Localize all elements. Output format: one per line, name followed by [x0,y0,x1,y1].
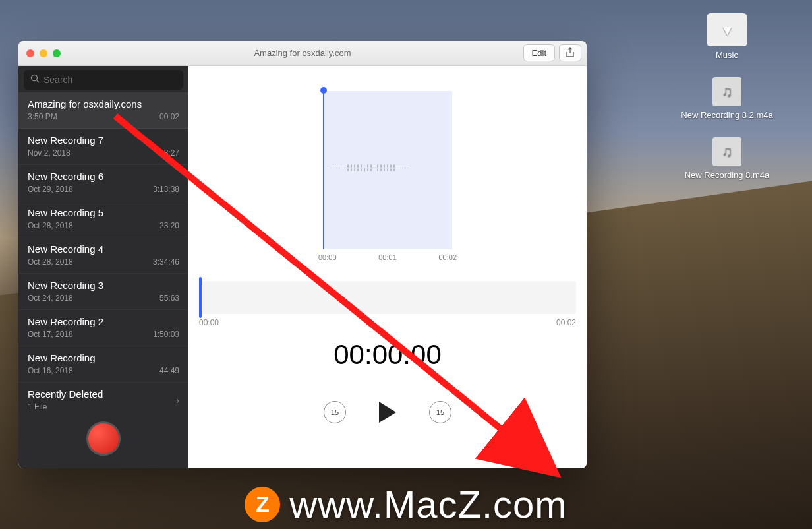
edit-button[interactable]: Edit [523,44,555,61]
window-controls [26,49,61,57]
svg-line-1 [37,80,40,83]
recently-deleted-label: Recently Deleted [28,389,103,400]
recording-duration: 44:49 [160,366,179,375]
recording-duration: 3:13:38 [153,185,179,194]
sidebar: Amazing for osxdaily.con​s3:50 PM00:02Ne… [18,66,188,468]
recording-title: New Recording [28,352,179,363]
folder-icon: ▾ [707,13,747,46]
tick-labels-top: 00:0000:0100:02 [318,253,457,261]
time-display: 00:00.00 [199,339,576,371]
recording-date: Oct 17, 2018 [28,330,73,339]
share-icon [566,47,575,58]
title-bar[interactable]: Amazing for osxdaily.com Edit [18,41,587,66]
waveform-selection[interactable]: ┈┈┈┈┈╎╎╎╎╎╷╎╎┈╎╎╎╎╎╎┈┈┈┈ [323,91,452,249]
rewind-15-button[interactable]: 15 [324,401,346,423]
close-button[interactable] [26,49,34,57]
maximize-button[interactable] [53,49,61,57]
recording-duration: 00:02 [160,112,179,121]
recording-duration: 1:50:03 [153,330,179,339]
recording-date: 3:50 PM [28,112,57,121]
recording-date: Oct 29, 2018 [28,185,73,194]
selection-handle-icon[interactable] [320,87,327,94]
audio-file-icon: ♫ [712,77,741,106]
desktop-icon-label: New Recording 8 2.m4a [681,110,772,120]
search-icon [30,74,40,86]
record-button[interactable] [86,421,121,456]
scrubber-track[interactable] [199,281,576,314]
forward-15-button[interactable]: 15 [429,401,451,423]
recording-date: Oct 24, 2018 [28,294,73,303]
audio-file-icon: ♫ [712,137,741,166]
search-input[interactable] [44,75,177,85]
recording-title: New Recording 2 [28,316,179,327]
trim-area: ┈┈┈┈┈╎╎╎╎╎╷╎╎┈╎╎╎╎╎╎┈┈┈┈ 00:0000:0100:02 [199,73,576,264]
svg-point-0 [32,75,38,81]
desktop-icons-area: ▾ Music ♫ New Recording 8 2.m4a ♫ New Re… [664,13,790,180]
chevron-right-icon: › [176,395,179,406]
desktop-folder-music[interactable]: ▾ Music [707,13,747,60]
recording-row[interactable]: New Recording 7Nov 2, 201808:27 [18,129,188,165]
minimize-button[interactable] [40,49,47,57]
recording-row[interactable]: New Recording 4Oct 28, 20183:34:46 [18,237,188,274]
recording-title: New Recording 7 [28,135,179,146]
recording-date: Oct 16, 2018 [28,366,73,375]
desktop-file-audio-2[interactable]: ♫ New Recording 8.m4a [685,137,770,180]
voice-memos-window: Amazing for osxdaily.com Edit Amazing fo… [18,41,587,468]
search-field[interactable] [24,70,183,90]
play-button[interactable] [379,402,396,423]
main-pane: ┈┈┈┈┈╎╎╎╎╎╷╎╎┈╎╎╎╎╎╎┈┈┈┈ 00:0000:0100:02… [188,66,587,468]
recording-title: New Recording 6 [28,171,179,182]
recording-row[interactable]: New RecordingOct 16, 201844:49 [18,346,188,383]
desktop-file-audio-1[interactable]: ♫ New Recording 8 2.m4a [681,77,772,120]
recordings-list: Amazing for osxdaily.con​s3:50 PM00:02Ne… [18,92,188,409]
desktop-icon-label: New Recording 8.m4a [685,170,770,180]
recording-row[interactable]: New Recording 5Oct 28, 201823:20 [18,201,188,237]
recording-duration: 08:27 [160,148,179,158]
playhead-handle[interactable] [199,277,202,318]
waveform-trace: ┈┈┈┈┈╎╎╎╎╎╷╎╎┈╎╎╎╎╎╎┈┈┈┈ [330,164,447,176]
desktop-icon-label: Music [716,50,738,60]
playback-controls: 15 15 [199,401,576,423]
recording-duration: 3:34:46 [153,257,179,266]
recently-deleted-row[interactable]: Recently Deleted1 File› [18,383,188,409]
scrubber-time-labels: 00:0000:02 [199,318,576,327]
recording-title: New Recording 4 [28,243,179,255]
recording-date: Oct 28, 2018 [28,221,73,230]
recording-date: Nov 2, 2018 [28,148,71,158]
recording-row[interactable]: New Recording 3Oct 24, 201855:63 [18,274,188,310]
recording-date: Oct 28, 2018 [28,257,73,266]
recently-deleted-count: 1 File [28,402,103,409]
recording-duration: 23:20 [160,221,179,230]
recording-duration: 55:63 [160,294,179,303]
recording-row[interactable]: New Recording 2Oct 17, 20181:50:03 [18,310,188,346]
recording-row[interactable]: Amazing for osxdaily.con​s3:50 PM00:02 [18,92,188,129]
window-title: Amazing for osxdaily.com [18,48,587,58]
recording-title: Amazing for osxdaily.con​s [28,98,179,109]
recording-title: New Recording 5 [28,207,179,218]
share-button[interactable] [559,44,581,61]
recording-title: New Recording 3 [28,280,179,291]
recording-row[interactable]: New Recording 6Oct 29, 20183:13:38 [18,165,188,201]
